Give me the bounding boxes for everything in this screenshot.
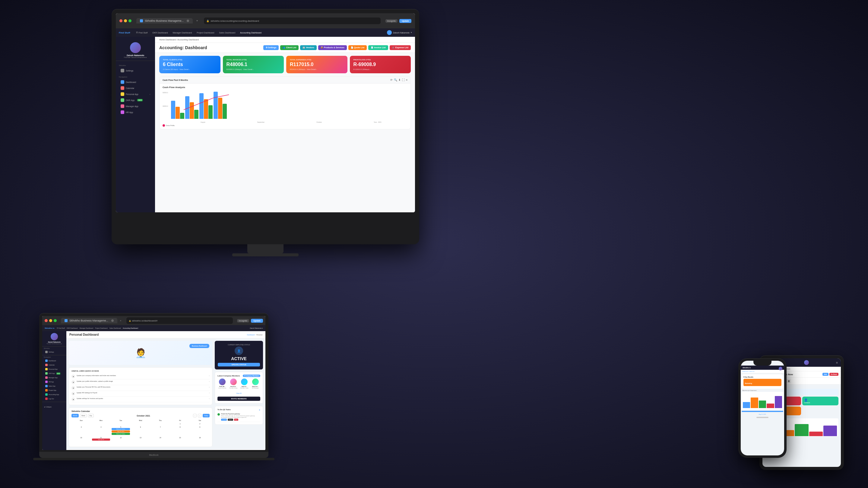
- laptop-sidebar-project[interactable]: Project App: [44, 388, 65, 392]
- month-view-button[interactable]: Month: [71, 414, 79, 418]
- kpi-profit-label: PROFIT/LOSS (YTD): [353, 59, 407, 61]
- products-services-button[interactable]: 📦 Products & Services: [318, 45, 347, 50]
- sidebar-item-settings[interactable]: Settings: [119, 67, 152, 73]
- calendar-next-button[interactable]: ›: [198, 414, 202, 418]
- laptop-browser-tab[interactable]: Skhokho Business Manageme...: [61, 318, 117, 323]
- chart-download-icon[interactable]: ⬇: [398, 79, 401, 82]
- laptop-new-tab-icon[interactable]: +: [119, 320, 122, 322]
- laptop-sidebar-role: Founder Serial Entrepreneur: [44, 343, 65, 344]
- todo-add-icon[interactable]: +: [259, 409, 260, 411]
- tablet-edit-button[interactable]: Edit: [823, 373, 828, 376]
- laptop-sidebar-settings[interactable]: Settings: [44, 350, 65, 354]
- chart-zoom-icon[interactable]: 🔍: [394, 79, 397, 82]
- pablo-role: Junior Director: [217, 387, 227, 389]
- nav-find-stuff[interactable]: ☰ Find Stuff: [134, 31, 150, 34]
- laptop-minimize-icon[interactable]: [49, 319, 52, 322]
- cal-header-thu: Thu: [151, 419, 170, 422]
- quick-item-5-icon: ●: [71, 398, 75, 401]
- manager-label: Manager App: [126, 105, 138, 108]
- laptop-tab-title: Skhokho Business Manageme...: [69, 319, 108, 322]
- update-button[interactable]: Update: [399, 19, 411, 23]
- laptop-sidebar-logout[interactable]: Log Out: [44, 397, 65, 401]
- quick-item-1-icon: ●: [71, 375, 75, 378]
- tablet-back-button[interactable]: Go Back: [829, 373, 838, 376]
- laptop-nav-okr[interactable]: OKR Dashboard: [67, 327, 78, 329]
- cal-day-3: 3: [71, 426, 91, 436]
- tab-close-icon[interactable]: [187, 20, 189, 22]
- nav-accounting-dashboard[interactable]: Accounting Dashboard: [238, 32, 264, 34]
- sidebar-item-manager-app[interactable]: Manager App: [119, 103, 152, 109]
- invoice-list-button[interactable]: 🧾 Invoice List: [368, 45, 388, 50]
- settings-button[interactable]: ⚙ Settings: [263, 45, 279, 50]
- quick-item-5[interactable]: ● Update settings for Invoices and quote…: [71, 397, 210, 402]
- laptop-tab-close-icon[interactable]: [111, 319, 114, 322]
- calendar-prev-button[interactable]: ‹: [193, 414, 197, 418]
- expense-list-button[interactable]: 🛒 Expense List: [390, 45, 411, 50]
- laptop-sidebar-calendar[interactable]: Calendar: [44, 363, 65, 367]
- cash-flow-section: Cash Flow Past 6 Months ⟳ 🔍 ⬇ ⛶ ≡ Cash F…: [159, 76, 411, 129]
- laptop-frame: Skhokho Business Manageme... + 🔒 skhokho…: [39, 313, 269, 452]
- laptop-sidebar-personal-app[interactable]: Personal App: [44, 367, 65, 371]
- invite-members-button[interactable]: INVITE MEMBERS: [217, 397, 260, 401]
- incognito-badge: Incognito: [385, 19, 398, 23]
- laptop-sidebar-hr[interactable]: HR App: [44, 380, 65, 384]
- laptop-nav-sales[interactable]: Sales Dashboard: [110, 327, 121, 329]
- laptop-nav-project[interactable]: Project Dashboard: [95, 327, 107, 329]
- quick-item-2[interactable]: ● Update your profile information, uploa…: [71, 379, 210, 385]
- sidebar-item-calendar[interactable]: Calendar: [119, 85, 152, 91]
- laptop-sidebar-skhokho: Skhokho Settings: [42, 346, 66, 355]
- today-button[interactable]: Today: [203, 414, 210, 418]
- member-zatosh: Zatosh N... Founder Setup: [228, 378, 239, 389]
- quick-item-4[interactable]: ● Update HR Settings for Payroll ›: [71, 391, 210, 397]
- client-list-button[interactable]: 👥 Client List: [280, 45, 299, 50]
- nav-sales-dashboard[interactable]: Sales Dashboard: [217, 32, 238, 34]
- laptop-breadcrumb-dashboard[interactable]: Dashboard /: [247, 334, 255, 336]
- maximize-button-icon[interactable]: [128, 19, 131, 22]
- laptop-close-icon[interactable]: [44, 319, 48, 322]
- sidebar-item-dashboard[interactable]: Dashboard: [119, 79, 152, 85]
- laptop-sidebar-accounting[interactable]: Accounting App: [44, 392, 65, 397]
- laptop-sidebar-sales[interactable]: Sales App: [44, 384, 65, 388]
- address-bar[interactable]: 🔒 skhokho.io/accounting/accounting-dashb…: [204, 18, 381, 24]
- laptop-nav-accounting[interactable]: Accounting Dashboard: [123, 327, 138, 329]
- browser-tab[interactable]: Skhokho Business Manageme...: [136, 18, 193, 24]
- laptop-nav-manager[interactable]: Manager Dashboard: [80, 327, 93, 329]
- laptop-address-bar[interactable]: 🔒 skhokho.io/dashboard/#: [126, 317, 233, 324]
- nav-manager-dashboard[interactable]: Manager Dashboard: [170, 32, 194, 34]
- laptop-update-button[interactable]: Update: [251, 319, 263, 323]
- laptop-maximize-icon[interactable]: [54, 319, 57, 322]
- vendors-button[interactable]: 🏢 Vendors: [300, 45, 317, 50]
- chart-fullscreen-icon[interactable]: ⛶: [402, 79, 405, 82]
- launch-button[interactable]: Launch: [221, 419, 227, 421]
- day-view-button[interactable]: Day: [88, 414, 94, 418]
- laptop-sidebar-dashboard[interactable]: Dashboard: [44, 359, 65, 363]
- quick-item-2-text: Update your profile information, upload …: [76, 380, 113, 383]
- update-status-button[interactable]: UPDATE STATUS: [218, 363, 260, 366]
- close-button-icon[interactable]: [119, 19, 122, 22]
- sidebar-item-personal-app[interactable]: Personal App ›: [119, 91, 152, 97]
- tablet-tab-icon-5[interactable]: 🗑: [786, 379, 791, 383]
- tablet-menu-icon[interactable]: ≡: [836, 361, 838, 364]
- week-view-button[interactable]: Week: [80, 414, 87, 418]
- chart-menu-icon[interactable]: ≡: [406, 79, 407, 82]
- sidebar-item-okr-app[interactable]: OKR App NEW: [119, 97, 152, 103]
- quick-item-3[interactable]: ● Update your Personal HR File, add HR d…: [71, 385, 210, 391]
- laptop-address-url: skhokho.io/dashboard/#: [132, 319, 157, 322]
- laptop-nav-find-stuff[interactable]: ☰ Find Stuff: [57, 327, 65, 329]
- laptop-sidebar-okr[interactable]: OKR App NEW: [44, 371, 65, 375]
- quote-list-button[interactable]: 📄 Quote List: [348, 45, 367, 50]
- nav-okr-dashboard[interactable]: OKR Dashboard: [150, 32, 170, 34]
- user-avatar: [387, 30, 392, 35]
- laptop-sidebar-collapse[interactable]: ◄ Collapse: [42, 402, 66, 410]
- minimize-button-icon[interactable]: [124, 19, 127, 22]
- quick-item-1[interactable]: ● Update your company information and in…: [71, 374, 210, 379]
- laptop-sidebar-manager[interactable]: Manager App: [44, 375, 65, 380]
- new-tab-icon[interactable]: +: [195, 19, 199, 22]
- chart-refresh-icon[interactable]: ⟳: [390, 79, 393, 82]
- user-menu-chevron-icon[interactable]: ▾: [411, 31, 412, 34]
- view-all-link[interactable]: View All: [217, 390, 260, 395]
- phone-notch: [753, 361, 772, 366]
- todo-check-1[interactable]: [217, 413, 220, 416]
- nav-project-dashboard[interactable]: Project Dashboard: [194, 32, 217, 34]
- sidebar-item-hr-app[interactable]: HR App: [119, 109, 152, 115]
